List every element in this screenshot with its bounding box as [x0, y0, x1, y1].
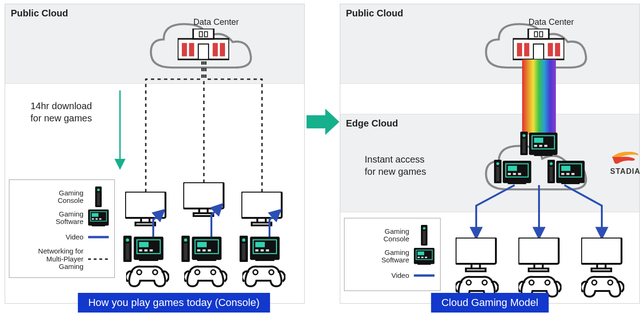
edge-cloud-label: Edge Cloud: [346, 118, 398, 129]
gaming-software-icon: [414, 247, 434, 265]
legend-row-video: Video: [347, 267, 434, 284]
gaming-software-icon: [502, 161, 532, 184]
gaming-software-icon: [192, 237, 222, 261]
tv-monitor-icon: [456, 238, 498, 273]
gaming-console-icon: [181, 236, 190, 262]
controller-icon: [184, 263, 227, 289]
gaming-console-icon: [547, 160, 555, 183]
legend-row-networking: Networking for Multi-Player Gaming: [12, 247, 109, 271]
gaming-software-icon: [529, 133, 558, 156]
gaming-software-icon: [556, 161, 585, 184]
tv-monitor-icon: [581, 238, 623, 273]
data-center-icon: [178, 29, 229, 60]
legend-row-console: Gaming Console: [12, 186, 109, 207]
stadia-label: STADIA: [601, 167, 644, 176]
console-model-panel: Public Cloud Data Center 14hr download f…: [5, 4, 305, 304]
networking-line-icon: [88, 257, 109, 261]
public-cloud-label: Public Cloud: [346, 8, 403, 19]
gaming-software-icon: [250, 237, 280, 261]
legend: Gaming Console Gaming Software Video Net…: [9, 179, 115, 278]
video-line-icon: [414, 274, 434, 277]
gaming-software-icon: [88, 209, 109, 227]
controller-icon: [242, 263, 285, 289]
controller-icon: [581, 273, 624, 299]
gaming-console-icon: [123, 236, 132, 262]
tv-monitor-icon: [518, 238, 561, 273]
gaming-console-icon: [494, 160, 502, 183]
legend: Gaming Console Gaming Software Video: [344, 218, 441, 291]
data-center-label: Data Center: [514, 17, 589, 27]
tv-monitor-icon: [183, 182, 225, 218]
legend-row-console: Gaming Console: [347, 225, 434, 246]
gaming-console-icon: [421, 225, 427, 246]
rainbow-bandwidth-icon: [522, 60, 556, 134]
panel-caption: How you play games today (Console): [78, 293, 270, 313]
public-cloud-label: Public Cloud: [11, 8, 68, 19]
data-center-label: Data Center: [179, 17, 254, 27]
stadia-logo: STADIA: [601, 149, 644, 176]
legend-row-video: Video: [12, 229, 109, 246]
gaming-software-icon: [134, 237, 164, 261]
transition-arrow-icon: [307, 109, 339, 135]
tv-monitor-icon: [241, 192, 284, 227]
video-line-icon: [88, 235, 109, 239]
gaming-console-icon: [95, 186, 102, 207]
data-center-icon: [513, 29, 564, 60]
legend-row-software: Gaming Software: [12, 209, 109, 227]
cloud-gaming-panel: Public Cloud Edge Cloud Data Center Inst…: [340, 4, 640, 304]
instant-access-text: Instant access for new games: [365, 153, 426, 178]
gaming-console-icon: [520, 132, 528, 155]
controller-icon: [126, 263, 169, 289]
stadia-icon: [611, 149, 639, 165]
download-arrow-icon: [113, 90, 127, 170]
download-duration-text: 14hr download for new games: [30, 100, 92, 124]
legend-row-software: Gaming Software: [347, 247, 434, 265]
gaming-console-icon: [240, 236, 248, 262]
panel-caption: Cloud Gaming Model: [431, 293, 549, 313]
tv-monitor-icon: [125, 192, 167, 227]
